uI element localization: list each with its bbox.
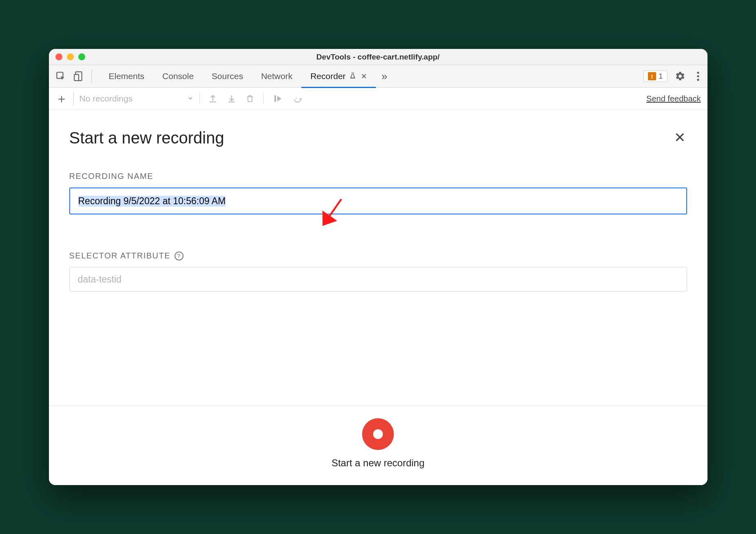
tab-sources[interactable]: Sources	[203, 65, 252, 88]
warning-icon: !	[648, 72, 656, 80]
recordings-dropdown[interactable]: No recordings	[80, 94, 194, 104]
close-tab-icon[interactable]: ×	[361, 71, 367, 82]
issues-count: 1	[659, 72, 663, 81]
new-recording-icon[interactable]: ＋	[55, 92, 74, 106]
maximize-window-button[interactable]	[78, 53, 85, 60]
start-recording-label: Start a new recording	[332, 457, 424, 469]
toolbar-separator	[199, 93, 200, 105]
start-recording-footer: Start a new recording	[49, 406, 707, 485]
svg-point-4	[697, 75, 699, 77]
toolbar-separator	[263, 93, 264, 105]
minimize-window-button[interactable]	[67, 53, 74, 60]
close-panel-icon[interactable]: ✕	[672, 129, 687, 146]
play-step-icon[interactable]	[273, 94, 283, 104]
tab-recorder[interactable]: Recorder ×	[301, 65, 376, 88]
settings-gear-icon[interactable]	[675, 71, 685, 82]
kebab-menu-icon[interactable]	[693, 71, 703, 82]
devtools-window: DevTools - coffee-cart.netlify.app/	[49, 49, 707, 485]
selector-attribute-label: SELECTOR ATTRIBUTE	[69, 251, 171, 260]
recording-name-input[interactable]	[69, 188, 687, 214]
svg-rect-2	[74, 75, 79, 81]
close-window-button[interactable]	[55, 53, 62, 60]
chevron-down-icon	[187, 94, 194, 104]
tab-network[interactable]: Network	[252, 65, 301, 88]
export-icon[interactable]	[208, 94, 218, 104]
recorder-main: Start a new recording ✕ RECORDING NAME	[49, 110, 707, 485]
recordings-dropdown-label: No recordings	[80, 94, 133, 104]
svg-rect-6	[275, 96, 276, 102]
window-traffic-lights	[55, 53, 85, 60]
recorder-toolbar: ＋ No recordings Send feedback	[49, 88, 707, 110]
experimental-flask-icon	[349, 71, 356, 82]
tabs-overflow-icon[interactable]: »	[376, 70, 393, 83]
help-icon[interactable]: ?	[175, 252, 183, 260]
delete-icon[interactable]	[245, 94, 254, 104]
tab-console[interactable]: Console	[153, 65, 203, 88]
panel-title: Start a new recording	[69, 129, 224, 147]
devtools-tabstrip: Elements Console Sources Network Recorde…	[49, 65, 707, 88]
replay-settings-icon[interactable]	[292, 94, 303, 103]
svg-point-5	[697, 79, 699, 81]
import-icon[interactable]	[227, 94, 237, 104]
svg-point-7	[295, 98, 296, 99]
issues-badge[interactable]: ! 1	[643, 71, 668, 82]
selector-attribute-input[interactable]	[69, 267, 687, 291]
start-recording-panel: Start a new recording ✕ RECORDING NAME	[49, 110, 707, 406]
send-feedback-link[interactable]: Send feedback	[646, 94, 701, 104]
start-recording-button[interactable]	[362, 418, 394, 450]
device-toolbar-icon[interactable]	[73, 71, 84, 82]
tab-elements[interactable]: Elements	[100, 65, 154, 88]
titlebar: DevTools - coffee-cart.netlify.app/	[49, 49, 707, 65]
svg-point-3	[697, 72, 699, 74]
record-icon	[373, 429, 383, 439]
window-title: DevTools - coffee-cart.netlify.app/	[49, 53, 707, 62]
inspect-element-icon[interactable]	[55, 71, 66, 82]
recording-name-label: RECORDING NAME	[69, 172, 687, 181]
